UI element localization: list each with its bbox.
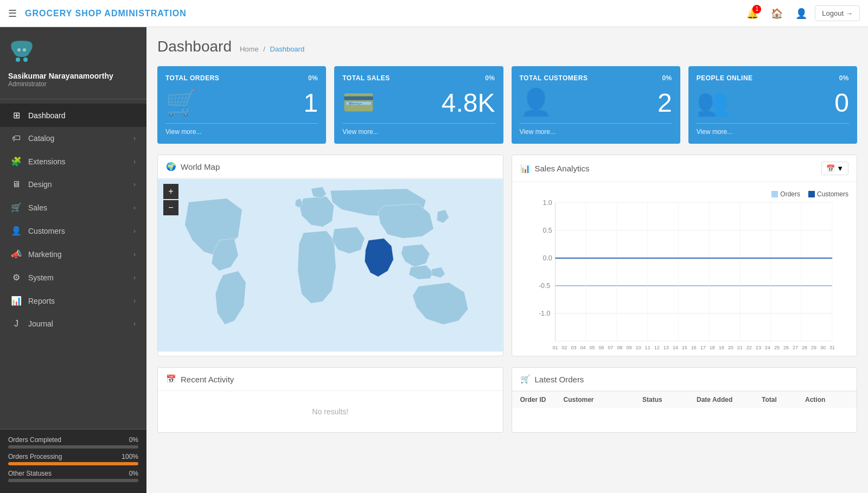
legend-customers-dot [808, 191, 815, 197]
logout-button[interactable]: Logout → [815, 5, 860, 21]
stat-label-customers: TOTAL CUSTOMERS [520, 74, 588, 82]
stat-label-sales: TOTAL SALES [342, 74, 390, 82]
sidebar-label-system: System [28, 273, 133, 282]
sidebar-arrow-marketing: › [133, 251, 136, 258]
notifications-button[interactable]: 🔔 1 [742, 3, 763, 24]
world-map-container: + − [158, 178, 503, 352]
sidebar-icon-marketing: 📣 [11, 249, 22, 259]
sidebar-item-extensions[interactable]: 🧩 Extensions › [0, 150, 146, 173]
sidebar-item-system[interactable]: ⚙ System › [0, 266, 146, 289]
svg-text:05: 05 [589, 345, 595, 350]
svg-text:07: 07 [608, 345, 613, 350]
status-bar-fill [8, 462, 138, 465]
sidebar-item-dashboard[interactable]: ⊞ Dashboard [0, 104, 146, 127]
sidebar-icon-reports: 📊 [11, 296, 22, 306]
status-pct: 0% [129, 436, 138, 444]
sidebar-item-sales[interactable]: 🛒 Sales › [0, 196, 146, 219]
no-results-label: No results! [158, 391, 503, 432]
notification-badge: 1 [752, 5, 761, 14]
sidebar-label-extensions: Extensions [28, 157, 133, 166]
sidebar-profile: Sasikumar Narayanamoorthy Administrator [0, 27, 146, 99]
profile-name: Sasikumar Narayanamoorthy [8, 72, 113, 80]
sidebar-label-dashboard: Dashboard [28, 111, 136, 120]
sidebar-icon-sales: 🛒 [11, 202, 22, 213]
stat-pct-sales: 0% [485, 74, 495, 82]
svg-text:12: 12 [654, 345, 659, 350]
col-customer: Customer [564, 396, 643, 404]
user-button[interactable]: 👤 [790, 3, 812, 24]
status-bar-track [8, 462, 138, 465]
sidebar-arrow-journal: › [133, 320, 136, 328]
top-navbar: ☰ GROCERY SHOP ADMINISTRATION 🔔 1 🏠 👤 Lo… [0, 0, 868, 27]
sidebar-label-customers: Customers [28, 227, 133, 235]
page-title: Dashboard [157, 38, 232, 55]
stat-pct-orders: 0% [308, 74, 318, 82]
svg-text:08: 08 [617, 345, 622, 350]
stat-view-more-customers[interactable]: View more... [520, 128, 556, 136]
sidebar-item-design[interactable]: 🖥 Design › [0, 173, 146, 196]
map-icon: 🌍 [166, 162, 176, 171]
stat-footer-customers: View more... [520, 123, 672, 136]
sidebar-item-marketing[interactable]: 📣 Marketing › [0, 242, 146, 266]
status-label: Other Statuses [8, 470, 52, 477]
sidebar-label-sales: Sales [28, 203, 133, 212]
breadcrumb-home[interactable]: Home [240, 45, 259, 53]
home-button[interactable]: 🏠 [766, 3, 788, 24]
svg-text:21: 21 [737, 345, 742, 350]
sidebar-arrow-sales: › [133, 204, 136, 212]
sidebar-item-customers[interactable]: 👤 Customers › [0, 219, 146, 242]
svg-text:27: 27 [792, 345, 797, 350]
legend-orders-dot [771, 191, 778, 197]
sidebar-arrow-system: › [133, 274, 136, 281]
zoom-out-button[interactable]: − [163, 200, 178, 215]
stat-body-customers: 👤 2 [520, 87, 672, 118]
sales-analytics-header: 📊 Sales Analytics 📅 ▼ [512, 155, 857, 182]
svg-text:1.0: 1.0 [542, 199, 552, 207]
orders-icon: 🛒 [520, 374, 531, 384]
status-label: Orders Completed [8, 436, 61, 444]
svg-text:01: 01 [552, 345, 558, 350]
world-map-svg [158, 178, 503, 352]
main-layout: Sasikumar Narayanamoorthy Administrator … [0, 27, 868, 493]
world-map-title: World Map [181, 162, 220, 171]
status-label-row: Other Statuses 0% [8, 470, 138, 477]
stat-icon-orders: 🛒 [165, 87, 198, 118]
sidebar-icon-journal: J [11, 319, 22, 329]
svg-text:16: 16 [691, 345, 696, 350]
latest-orders-header: 🛒 Latest Orders [512, 368, 857, 391]
stat-header-sales: TOTAL SALES 0% [342, 74, 495, 82]
breadcrumb: Home / Dashboard [240, 45, 304, 53]
svg-text:22: 22 [746, 345, 751, 350]
svg-text:11: 11 [644, 345, 650, 350]
legend-customers: Customers [808, 190, 848, 198]
main-content: Dashboard Home / Dashboard TOTAL ORDERS … [146, 27, 868, 493]
sidebar-item-reports[interactable]: 📊 Reports › [0, 289, 146, 312]
svg-point-0 [16, 57, 20, 62]
stat-card-orders: TOTAL ORDERS 0% 🛒 1 View more... [157, 66, 326, 144]
recent-activity-header: 📅 Recent Activity [158, 368, 503, 391]
stat-value-customers: 2 [658, 88, 672, 118]
menu-toggle-icon[interactable]: ☰ [8, 8, 17, 20]
stat-view-more-orders[interactable]: View more... [165, 128, 201, 136]
stat-footer-online: View more... [697, 123, 849, 136]
svg-text:17: 17 [700, 345, 705, 350]
sidebar-arrow-design: › [133, 181, 136, 188]
zoom-in-button[interactable]: + [163, 184, 178, 199]
svg-text:04: 04 [580, 345, 585, 350]
sidebar-label-journal: Journal [28, 319, 133, 328]
status-pct: 100% [122, 453, 138, 460]
status-label-row: Orders Processing 100% [8, 453, 138, 460]
sidebar-icon-system: ⚙ [11, 272, 22, 283]
stat-value-orders: 1 [304, 88, 318, 118]
svg-point-2 [17, 48, 21, 52]
stat-view-more-sales[interactable]: View more... [342, 128, 378, 136]
sidebar-item-catalog[interactable]: 🏷 Catalog › [0, 127, 146, 150]
stat-view-more-online[interactable]: View more... [697, 128, 732, 136]
analytics-date-button[interactable]: 📅 ▼ [821, 162, 848, 175]
svg-text:09: 09 [626, 345, 631, 350]
svg-point-1 [23, 57, 28, 62]
status-label-row: Orders Completed 0% [8, 436, 138, 444]
svg-text:-1.0: -1.0 [538, 310, 550, 317]
page-header: Dashboard Home / Dashboard [157, 38, 857, 55]
sidebar-item-journal[interactable]: J Journal › [0, 312, 146, 335]
